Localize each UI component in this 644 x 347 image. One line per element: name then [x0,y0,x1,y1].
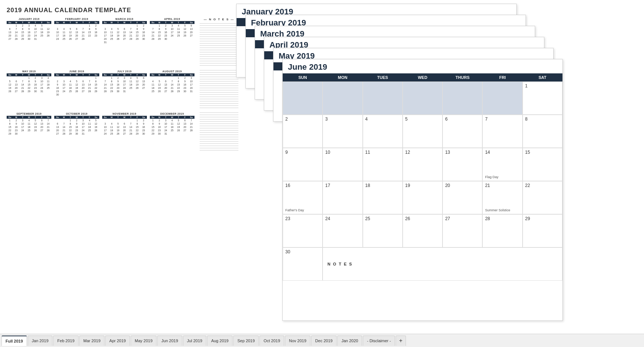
june-cell-20: 20 [442,181,482,214]
tab-jan-2019[interactable]: Jan 2019 [28,336,52,346]
june-cell-1: 1 [523,81,562,115]
june-cell-15: 15 [523,148,562,181]
tab-dec-2019[interactable]: Dec 2019 [311,336,337,346]
page-title: 2019 ANNUAL CALENDAR TEMPLATE [7,7,238,14]
june-cell-5: 5 [403,115,442,148]
june-cell-29: 29 [523,214,562,247]
tab-disclaimer[interactable]: - Disclaimer - [363,336,395,346]
mini-cal-feb: FEBRUARY 2019 SuMTWTFSa 12 3456789 10111… [54,18,99,66]
june-cell-8: 8 [523,115,562,148]
notes-section-bot [200,112,238,150]
tab-jul-2019[interactable]: Jul 2019 [183,336,207,346]
june-cell-25: 25 [363,214,403,247]
june-cell-empty [323,81,362,115]
card-june: June 2019 SUNMONTUESWEDTHURSFRISAT 1 2 3… [282,59,563,321]
mini-cal-nov: NOVEMBER 2019 SuMTWTFSa 12 3456789 10111… [102,112,147,150]
june-cell-6: 6 [442,115,482,148]
tab-jan-2020[interactable]: Jan 2020 [337,336,362,346]
tab-mar-2019[interactable]: Mar 2019 [79,336,104,346]
june-cell-27: 27 [442,214,482,247]
june-cell-18: 18 [363,181,403,214]
june-cell-4: 4 [363,115,403,148]
jun-card-title: June 2019 [283,59,562,73]
june-cell-empty [403,81,442,115]
june-cell-3: 3 [323,115,362,148]
tab-feb-2019[interactable]: Feb 2019 [53,336,78,346]
mini-cal-sep: SEPTEMBER 2019 SuMTWTFSa 1234567 8910111… [7,112,51,150]
june-cell-empty [482,81,522,115]
mini-cal-dec: DECEMBER 2019 SuMTWTFSa 1234567 89101112… [150,112,194,150]
tab-sep-2019[interactable]: Sep 2019 [233,336,259,346]
tab-oct-2019[interactable]: Oct 2019 [259,336,284,346]
mini-cal-may: MAY 2019 SuMTWTFSa 1234 567891011 121314… [7,70,51,108]
bottom-tabs: Full 2019 Jan 2019 Feb 2019 Mar 2019 Apr… [0,334,644,347]
tab-nov-2019[interactable]: Nov 2019 [285,336,310,346]
mini-cal-jan: JANUARY 2019 SuMTWTFSa 12345 6789101112 … [7,18,51,66]
june-cell-23: 23 [283,214,323,247]
left-panel: 2019 ANNUAL CALENDAR TEMPLATE JANUARY 20… [0,0,244,332]
jun-card-header: SUNMONTUESWEDTHURSFRISAT [283,73,562,81]
stacked-cards: January 2019 SUNMONTUESWEDTHURSFRISAT Fe… [236,4,638,334]
june-cell-21: 21 Summer Solstice [482,181,522,214]
june-cell-10: 10 [323,148,362,181]
june-cell-empty [442,81,482,115]
june-cell-empty [363,81,403,115]
june-cell-9: 9 [283,148,323,181]
add-tab-button[interactable]: + [396,336,406,346]
june-cell-2: 2 [283,115,323,148]
june-cell-30: 30 [283,247,323,281]
june-calendar-body: 1 2 3 4 5 6 7 8 9 10 11 12 13 14 Flag Da… [283,81,562,281]
june-cell-24: 24 [323,214,362,247]
notes-section-mid [200,70,238,108]
tab-jun-2019[interactable]: Jun 2019 [157,336,182,346]
june-cell-28: 28 [482,214,522,247]
mini-cal-oct: OCTOBER 2019 SuMTWTFSa 12345 6789101112 … [54,112,99,150]
mini-cal-apr: APRIL 2019 SuMTWTFSa 123456 78910111213 … [150,18,194,66]
tab-may-2019[interactable]: May 2019 [131,336,156,346]
june-cell-17: 17 [323,181,362,214]
june-cell-11: 11 [363,148,403,181]
june-cell-13: 13 [442,148,482,181]
june-cell-14: 14 Flag Day [482,148,522,181]
mini-cal-aug: AUGUST 2019 SuMTWTFSa 123 45678910 11121… [150,70,194,108]
mini-cal-jun: JUNE 2019 SuMTWTFSa 1 2345678 9101112131… [54,70,99,108]
june-cell-empty [283,81,323,115]
notes-section-top: — N O T E S — [200,18,238,66]
mini-cal-jul: JULY 2019 SuMTWTFSa 123456 78910111213 1… [102,70,147,108]
june-cell-notes: N O T E S [323,247,562,281]
tab-full-2019[interactable]: Full 2019 [1,336,27,346]
june-cell-16: 16 Father's Day [283,181,323,214]
june-cell-22: 22 [523,181,562,214]
tab-aug-2019[interactable]: Aug 2019 [207,336,233,346]
june-cell-19: 19 [403,181,442,214]
june-cell-26: 26 [403,214,442,247]
mini-cal-mar: MARCH 2019 SuMTWTFSa 12 3456789 10111213… [102,18,147,66]
tab-apr-2019[interactable]: Apr 2019 [105,336,130,346]
june-cell-12: 12 [403,148,442,181]
june-cell-7: 7 [482,115,522,148]
